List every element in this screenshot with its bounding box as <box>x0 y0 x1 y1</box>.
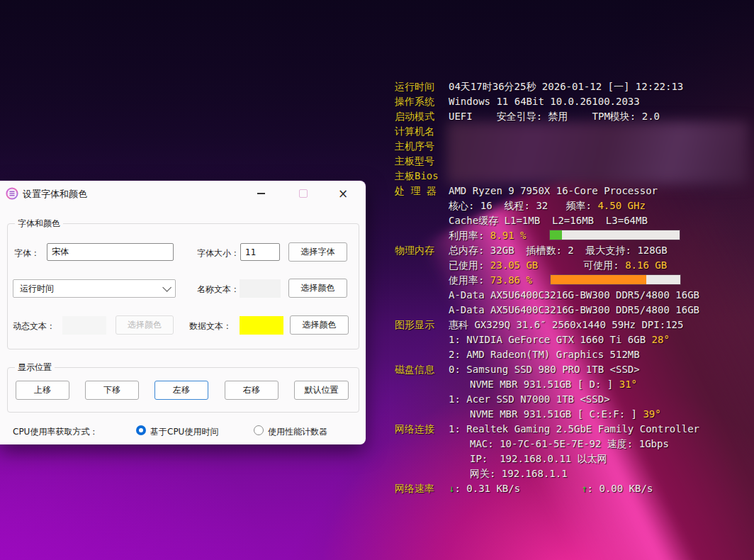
default-position-button[interactable]: 默认位置 <box>294 381 349 400</box>
font-size-input[interactable] <box>240 243 280 261</box>
overlay-row-label: 主机序号 <box>395 139 449 154</box>
overlay-row-label <box>395 392 449 407</box>
radio-performance-counter[interactable] <box>254 425 264 435</box>
overlay-row-label <box>395 407 449 422</box>
overlay-row: IP: 192.168.0.11 以太网 <box>395 452 699 466</box>
overlay-row: 运行时间04天17时36分25秒 2026-01-12 [一] 12:22:13 <box>395 79 699 94</box>
overlay-row-label <box>395 228 449 243</box>
overlay-row-label <box>395 213 449 228</box>
move-right-button[interactable]: 右移 <box>225 381 278 400</box>
font-label: 字体： <box>14 247 40 259</box>
overlay-row: 网络速率↓: 0.31 KB/s↑: 0.00 KB/s <box>395 481 699 496</box>
chevron-down-icon <box>162 283 171 292</box>
overlay-row-label <box>395 258 449 273</box>
name-text-label: 名称文本： <box>197 284 240 296</box>
overlay-row-label: 处 理 器 <box>395 184 449 198</box>
info-item-dropdown[interactable]: 运行时间 <box>13 279 176 298</box>
overlay-row: 主机序号 <box>395 139 699 154</box>
overlay-row: 核心: 16 线程: 32 频率: 4.50 GHz <box>395 198 699 213</box>
overlay-row-label <box>395 377 449 392</box>
overlay-row: NVME MBR 931.51GB [ D: ] 31° <box>395 377 699 392</box>
overlay-row: 1: Acer SSD N7000 1TB <SSD> <box>395 392 699 407</box>
overlay-row: 1: NVIDIA GeForce GTX 1660 Ti 6GB 28° <box>395 332 699 347</box>
data-text-swatch <box>240 316 283 335</box>
overlay-row-label: 物理内存 <box>395 243 449 258</box>
settings-dialog: 设置字体和颜色 × 字体和颜色 字体： 字体大小： 选择字体 运行时间 名称文本… <box>0 181 366 444</box>
overlay-row-label <box>395 466 449 481</box>
overlay-row-label: 主板Bios <box>395 169 449 184</box>
dynamic-text-swatch <box>62 316 106 335</box>
overlay-row: MAC: 10-7C-61-5E-7E-92 速度: 1Gbps <box>395 437 699 452</box>
overlay-row: 使用率: 73.86 % <box>395 273 699 288</box>
overlay-row-label <box>395 198 449 213</box>
overlay-row-label <box>395 303 449 318</box>
overlay-row-label: 主板型号 <box>395 154 449 169</box>
overlay-row-label: 启动模式 <box>395 109 449 124</box>
move-down-button[interactable]: 下移 <box>85 381 139 400</box>
overlay-row: 网络连接1: Realtek Gaming 2.5GbE Family Cont… <box>395 422 699 437</box>
overlay-row: A-Data AX5U6400C3216G-BW300 DDR5/4800 16… <box>395 303 699 318</box>
overlay-row-label: 图形显示 <box>395 318 449 332</box>
overlay-row-label: 运行时间 <box>395 79 449 94</box>
overlay-row: 操作系统Windows 11 64Bit 10.0.26100.2033 <box>395 94 699 109</box>
overlay-row-label: 操作系统 <box>395 94 449 109</box>
overlay-row: A-Data AX5U6400C3216G-BW300 DDR5/4800 16… <box>395 288 699 303</box>
overlay-row: 已使用: 23.05 GB可使用: 8.16 GB <box>395 258 699 273</box>
memory-usage-bar <box>551 275 680 284</box>
overlay-row: 磁盘信息0: Samsung SSD 980 PRO 1TB <SSD> <box>395 362 699 377</box>
name-text-swatch <box>240 279 281 298</box>
cpu-mode-label: CPU使用率获取方式： <box>13 426 98 438</box>
overlay-row: Cache缓存 L1=1MB L2=16MB L3=64MB <box>395 213 699 228</box>
dialog-titlebar[interactable]: 设置字体和颜色 × <box>0 181 366 206</box>
maximize-button[interactable] <box>293 184 314 203</box>
position-group-legend: 显示位置 <box>15 362 55 374</box>
overlay-row-label: 磁盘信息 <box>395 362 449 377</box>
overlay-row-label: 网络连接 <box>395 422 449 437</box>
overlay-row-label <box>395 452 449 466</box>
dialog-title: 设置字体和颜色 <box>23 188 87 201</box>
overlay-row: 计算机名 <box>395 124 699 139</box>
overlay-row: 主板Bios <box>395 169 699 184</box>
select-font-button[interactable]: 选择字体 <box>288 242 347 262</box>
radio-cpu-usage-time[interactable] <box>136 425 146 435</box>
info-item-dropdown-value: 运行时间 <box>20 283 54 295</box>
overlay-row: 图形显示惠科 GX329Q 31.6″ 2560x1440 59Hz DPI:1… <box>395 318 699 332</box>
overlay-row: NVME MBR 931.51GB [ C:E:F: ] 39° <box>395 407 699 422</box>
overlay-row: 利用率: 8.91 % <box>395 228 699 243</box>
move-left-button[interactable]: 左移 <box>154 381 208 400</box>
overlay-row-label <box>395 332 449 347</box>
select-dynamic-color-button: 选择颜色 <box>116 315 174 335</box>
move-up-button[interactable]: 上移 <box>16 381 69 400</box>
font-name-input[interactable] <box>47 243 174 261</box>
dynamic-text-label: 动态文本： <box>13 320 55 332</box>
system-overlay: 运行时间04天17时36分25秒 2026-01-12 [一] 12:22:13… <box>395 79 699 496</box>
font-size-label: 字体大小： <box>197 247 240 259</box>
close-button[interactable]: × <box>332 184 354 203</box>
overlay-row: 物理内存总内存: 32GB 插槽数: 2 最大支持: 128GB <box>395 243 699 258</box>
overlay-row-label <box>395 437 449 452</box>
overlay-row-label <box>395 347 449 362</box>
overlay-row: 主板型号 <box>395 154 699 169</box>
minimize-icon <box>257 193 265 194</box>
minimize-button[interactable] <box>250 184 271 203</box>
radio-cpu-usage-time-label[interactable]: 基于CPU使用时间 <box>150 426 218 438</box>
overlay-row-label <box>395 273 449 288</box>
select-name-color-button[interactable]: 选择颜色 <box>288 279 347 298</box>
overlay-row-label <box>395 288 449 303</box>
overlay-row-label: 网络速率 <box>395 481 449 496</box>
overlay-row-label: 计算机名 <box>395 124 449 139</box>
cpu-usage-bar <box>550 230 680 240</box>
desktop: 运行时间04天17时36分25秒 2026-01-12 [一] 12:22:13… <box>0 0 754 560</box>
overlay-row: 启动模式UEFI安全引导: 禁用TPM模块: 2.0 <box>395 109 699 124</box>
maximize-icon <box>299 189 308 198</box>
overlay-row: 2: AMD Radeon(TM) Graphics 512MB <box>395 347 699 362</box>
font-color-group-legend: 字体和颜色 <box>15 218 63 230</box>
select-data-color-button[interactable]: 选择颜色 <box>290 315 349 335</box>
data-text-label: 数据文本： <box>189 320 232 332</box>
app-icon <box>6 187 18 200</box>
radio-performance-counter-label[interactable]: 使用性能计数器 <box>268 426 327 438</box>
overlay-row: 处 理 器AMD Ryzen 9 7950X 16-Core Processor <box>395 184 699 198</box>
overlay-row: 网关: 192.168.1.1 <box>395 466 699 481</box>
